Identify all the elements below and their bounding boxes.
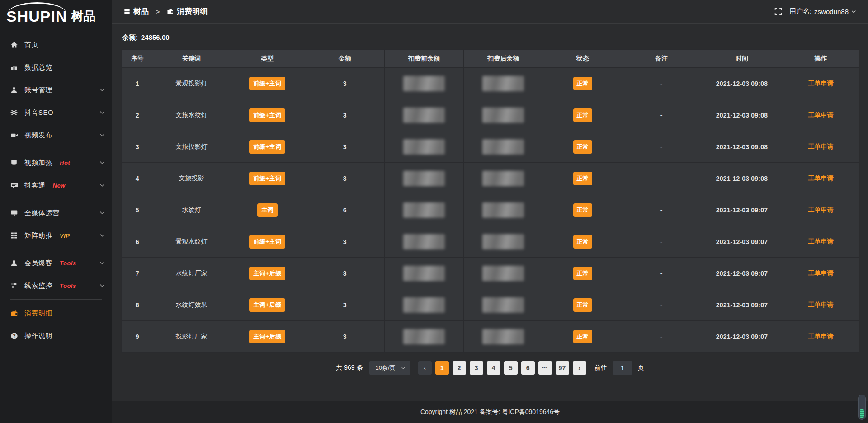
- cell-remark: -: [622, 131, 701, 163]
- cell-amount: 3: [305, 131, 385, 163]
- cell-remark: -: [622, 321, 701, 352]
- ticket-request-link[interactable]: 工单申请: [808, 143, 833, 150]
- redacted-balance: [403, 329, 445, 344]
- ticket-request-link[interactable]: 工单申请: [808, 269, 833, 277]
- sidebar-divider: [10, 249, 102, 249]
- balance-label: 余额:: [122, 33, 138, 41]
- home-icon: [10, 41, 18, 49]
- chevron-down-icon: [99, 284, 105, 287]
- more-pages-button[interactable]: •••: [538, 361, 552, 375]
- ticket-request-link[interactable]: 工单申请: [808, 301, 833, 308]
- redacted-balance: [482, 266, 524, 281]
- cell-remark: -: [622, 258, 701, 289]
- sidebar-item-video-heat[interactable]: 视频加热 Hot: [0, 151, 112, 174]
- ticket-request-link[interactable]: 工单申请: [808, 333, 833, 340]
- cell-amount: 3: [305, 99, 385, 131]
- status-badge: 正常: [573, 267, 592, 280]
- type-badge: 主词+后缀: [249, 330, 285, 343]
- cell-pre-balance: [385, 226, 464, 258]
- cell-pre-balance: [385, 194, 464, 226]
- redacted-balance: [403, 297, 445, 313]
- col-header-post-balance: 扣费后余额: [463, 50, 543, 68]
- table-row: 8 水纹灯效果 主词+后缀 3 正常 - 2021-12-03 09:07 工单…: [122, 289, 859, 321]
- breadcrumb-root[interactable]: 树品: [124, 6, 149, 17]
- breadcrumb-current-label: 消费明细: [177, 6, 208, 17]
- sidebar-item-home[interactable]: 首页: [0, 33, 112, 56]
- monitor-icon: [10, 209, 18, 217]
- sidebar-item-all-media[interactable]: 全媒体运营: [0, 202, 112, 224]
- cell-keyword: 文旅投影: [153, 163, 230, 194]
- breadcrumb: 树品 > 消费明细: [124, 6, 208, 17]
- cell-index: 6: [122, 226, 153, 258]
- ticket-request-link[interactable]: 工单申请: [808, 174, 833, 182]
- cell-index: 8: [122, 289, 153, 321]
- page-button-2[interactable]: 2: [453, 361, 466, 375]
- gear-icon: [10, 108, 18, 117]
- cell-amount: 3: [305, 321, 385, 352]
- status-badge: 正常: [573, 330, 592, 343]
- ticket-request-link[interactable]: 工单申请: [808, 80, 833, 87]
- balance: 余额:24856.00: [122, 33, 859, 42]
- page-button-6[interactable]: 6: [521, 361, 535, 375]
- cell-remark: -: [622, 289, 701, 321]
- sidebar-item-douyin-seo[interactable]: 抖音SEO: [0, 101, 112, 124]
- next-page-button[interactable]: ›: [573, 361, 586, 375]
- page-button-97[interactable]: 97: [556, 361, 569, 375]
- cell-post-balance: [463, 194, 543, 226]
- user-menu[interactable]: 用户名: zswodun88: [789, 7, 856, 16]
- sidebar-item-matrix-boost[interactable]: 矩阵助推 VIP: [0, 224, 112, 247]
- goto-page-input[interactable]: [613, 361, 632, 375]
- floating-service-widget[interactable]: [858, 395, 866, 420]
- cell-post-balance: [463, 226, 543, 258]
- page-button-3[interactable]: 3: [470, 361, 483, 375]
- table-row: 9 投影灯厂家 主词+后缀 3 正常 - 2021-12-03 09:07 工单…: [122, 321, 859, 352]
- cell-index: 9: [122, 321, 153, 352]
- tools-badge: Tools: [60, 282, 76, 289]
- ticket-request-link[interactable]: 工单申请: [808, 238, 833, 245]
- type-badge: 前缀+主词: [249, 235, 285, 249]
- cell-time: 2021-12-03 09:08: [701, 68, 783, 99]
- screen-icon: [10, 159, 18, 167]
- page-button-1[interactable]: 1: [435, 361, 449, 375]
- sidebar-item-member-baoke[interactable]: 会员爆客 Tools: [0, 252, 112, 274]
- sidebar-item-clue-monitor[interactable]: 线索监控 Tools: [0, 274, 112, 297]
- sidebar-item-instructions[interactable]: ? 操作说明: [0, 324, 112, 347]
- cell-pre-balance: [385, 289, 464, 321]
- chat-icon: [10, 181, 18, 189]
- sidebar: SHUPIN 树品 首页 数据总览 账号管理: [0, 0, 112, 423]
- sidebar-item-label: 首页: [24, 41, 38, 49]
- sidebar-item-douketong[interactable]: 抖客通 New: [0, 174, 112, 197]
- fullscreen-icon[interactable]: [774, 8, 782, 15]
- question-circle-icon: ?: [10, 332, 18, 340]
- sidebar-item-account-management[interactable]: 账号管理: [0, 79, 112, 101]
- cell-time: 2021-12-03 09:08: [701, 163, 783, 194]
- consumption-table: 序号 关键词 类型 金额 扣费前余额 扣费后余额 状态 备注 时间 操作 1: [121, 49, 859, 352]
- cell-time: 2021-12-03 09:07: [701, 321, 783, 352]
- sidebar-item-video-publish[interactable]: 视频发布: [0, 124, 112, 146]
- redacted-balance: [403, 76, 445, 91]
- cell-amount: 3: [305, 163, 385, 194]
- page-size-select[interactable]: 10条/页: [369, 361, 410, 375]
- redacted-balance: [482, 234, 524, 249]
- cell-action: 工单申请: [783, 226, 859, 258]
- video-camera-icon: [10, 131, 18, 139]
- sidebar-item-label: 消费明细: [24, 309, 52, 318]
- cell-type: 主词+后缀: [230, 289, 305, 321]
- tools-badge: Tools: [60, 260, 76, 267]
- redacted-balance: [403, 266, 445, 281]
- ticket-request-link[interactable]: 工单申请: [808, 111, 833, 118]
- sidebar-item-data-overview[interactable]: 数据总览: [0, 56, 112, 79]
- page-button-4[interactable]: 4: [487, 361, 500, 375]
- prev-page-button[interactable]: ‹: [418, 361, 432, 375]
- cell-index: 4: [122, 163, 153, 194]
- ticket-request-link[interactable]: 工单申请: [808, 206, 833, 213]
- table-row: 1 景观投影灯 前缀+主词 3 正常 - 2021-12-03 09:08 工单…: [122, 68, 859, 99]
- table-row: 3 文旅投影灯 前缀+主词 3 正常 - 2021-12-03 09:08 工单…: [122, 131, 859, 163]
- sidebar-item-label: 数据总览: [24, 63, 52, 72]
- cell-type: 前缀+主词: [230, 163, 305, 194]
- table-row: 6 景观水纹灯 前缀+主词 3 正常 - 2021-12-03 09:07 工单…: [122, 226, 859, 258]
- sidebar-item-consumption-details[interactable]: 消费明细: [0, 302, 112, 324]
- cell-action: 工单申请: [783, 99, 859, 131]
- page-button-5[interactable]: 5: [504, 361, 518, 375]
- chevron-down-icon: [99, 261, 105, 265]
